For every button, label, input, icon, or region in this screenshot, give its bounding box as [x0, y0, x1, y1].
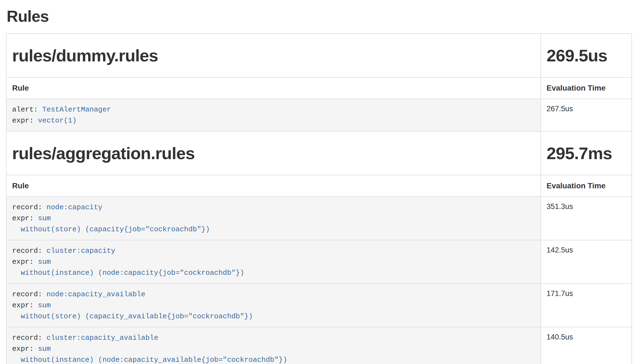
evaluation-time-column-header: Evaluation Time: [541, 77, 632, 99]
rule-keyword: record:: [12, 290, 47, 298]
rule-keyword: record:: [12, 203, 47, 211]
rule-link[interactable]: without(instance) (node:capacity_availab…: [12, 356, 287, 364]
rule-column-header: Rule: [6, 175, 541, 197]
code-line: without(store) (capacity{job="cockroachd…: [12, 224, 535, 235]
rule-group-evaluation-time-cell: 269.5us: [541, 34, 632, 77]
rule-link[interactable]: without(instance) (node:capacity{job="co…: [12, 269, 244, 277]
rule-group-file: rules/aggregation.rules: [12, 143, 535, 163]
rule-evaluation-time-cell: 171.7us: [541, 284, 632, 327]
rule-row: record: cluster:capacity_availableexpr: …: [6, 327, 632, 364]
rule-group-evaluation-time: 295.7ms: [547, 143, 626, 163]
page-title: Rules: [7, 7, 632, 26]
rule-link[interactable]: cluster:capacity: [47, 247, 115, 255]
rule-keyword: record:: [12, 247, 47, 255]
rule-link[interactable]: sum: [38, 345, 51, 353]
rule-keyword: alert:: [12, 105, 42, 114]
rule-group-file: rules/dummy.rules: [12, 46, 535, 65]
rule-group-header-row: rules/dummy.rules269.5us: [6, 34, 632, 77]
column-header-row: RuleEvaluation Time: [6, 77, 632, 99]
rule-evaluation-time-cell: 267.5us: [541, 99, 632, 131]
rule-link[interactable]: without(store) (capacity{job="cockroachd…: [12, 225, 210, 233]
code-line: expr: sum: [12, 256, 535, 267]
rule-definition-cell: record: node:capacity_availableexpr: sum…: [6, 284, 541, 327]
rules-page: Rules rules/dummy.rules269.5usRuleEvalua…: [6, 7, 632, 364]
rule-definition-cell: record: cluster:capacityexpr: sum withou…: [6, 240, 541, 284]
rule-keyword: expr:: [12, 345, 38, 353]
rule-keyword: expr:: [12, 214, 38, 222]
code-line: record: node:capacity_available: [12, 289, 535, 300]
rule-row: record: cluster:capacityexpr: sum withou…: [6, 240, 632, 284]
rule-group-evaluation-time-cell: 295.7ms: [541, 131, 632, 175]
rules-table-body: rules/dummy.rules269.5usRuleEvaluation T…: [6, 34, 632, 364]
rule-link[interactable]: sum: [38, 258, 51, 266]
rule-evaluation-time-cell: 142.5us: [541, 240, 632, 284]
rule-keyword: expr:: [12, 301, 38, 309]
rule-link[interactable]: vector(1): [38, 116, 77, 125]
rule-keyword: expr:: [12, 116, 38, 125]
code-line: expr: sum: [12, 300, 535, 311]
rule-link[interactable]: node:capacity: [47, 203, 102, 211]
rule-link[interactable]: TestAlertManager: [42, 105, 111, 114]
rule-definition-cell: record: cluster:capacity_availableexpr: …: [6, 327, 541, 364]
rule-group-file-cell: rules/dummy.rules: [6, 34, 541, 77]
rule-group-header-row: rules/aggregation.rules295.7ms: [6, 131, 632, 175]
code-line: without(instance) (node:capacity{job="co…: [12, 267, 535, 278]
code-line: without(store) (capacity_available{job="…: [12, 311, 535, 322]
rule-evaluation-time-cell: 351.3us: [541, 197, 632, 240]
rule-row: record: node:capacity_availableexpr: sum…: [6, 284, 632, 327]
code-line: expr: sum: [12, 213, 535, 224]
rule-evaluation-time-cell: 140.5us: [541, 327, 632, 364]
code-line: without(instance) (node:capacity_availab…: [12, 354, 535, 364]
code-line: expr: vector(1): [12, 115, 535, 126]
rule-link[interactable]: sum: [38, 214, 51, 222]
rules-table: rules/dummy.rules269.5usRuleEvaluation T…: [6, 33, 632, 364]
code-line: record: cluster:capacity_available: [12, 332, 535, 343]
rule-link[interactable]: without(store) (capacity_available{job="…: [12, 312, 253, 320]
code-line: record: cluster:capacity: [12, 245, 535, 256]
rule-row: alert: TestAlertManagerexpr: vector(1)26…: [6, 99, 632, 131]
rule-link[interactable]: cluster:capacity_available: [47, 334, 158, 342]
rule-group-evaluation-time: 269.5us: [547, 46, 626, 65]
column-header-row: RuleEvaluation Time: [6, 175, 632, 197]
code-line: expr: sum: [12, 343, 535, 354]
rule-link[interactable]: node:capacity_available: [47, 290, 145, 298]
rule-keyword: expr:: [12, 258, 38, 266]
evaluation-time-column-header: Evaluation Time: [541, 175, 632, 197]
code-line: record: node:capacity: [12, 202, 535, 213]
rule-definition-cell: record: node:capacityexpr: sum without(s…: [6, 197, 541, 240]
rule-group-file-cell: rules/aggregation.rules: [6, 131, 541, 175]
code-line: alert: TestAlertManager: [12, 104, 535, 115]
rule-keyword: record:: [12, 334, 47, 342]
rule-row: record: node:capacityexpr: sum without(s…: [6, 197, 632, 240]
rule-definition-cell: alert: TestAlertManagerexpr: vector(1): [6, 99, 541, 131]
rule-link[interactable]: sum: [38, 301, 51, 309]
rule-column-header: Rule: [6, 77, 541, 99]
